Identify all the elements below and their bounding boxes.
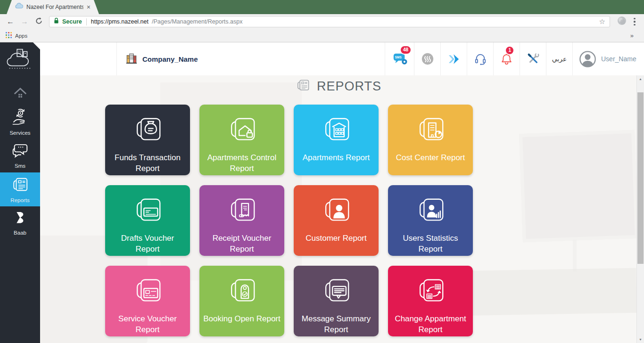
card-label: Change Appartment Report [392,313,469,335]
scrollbar[interactable]: ▲ ▼ [636,75,644,343]
person-stats-icon [414,195,446,227]
svg-text:SMS: SMS [395,56,402,59]
report-card-apartment-building[interactable]: Apartments Report [294,105,379,175]
money-bag-icon [132,114,164,146]
id-card-icon [132,275,164,307]
tab-close-icon[interactable]: × [87,4,91,10]
sms-counter-button[interactable]: SMS 48 [385,42,414,75]
reports-newspaper-icon [295,78,311,94]
sidebar-item-label: Baab [14,230,26,236]
report-card-person-stats[interactable]: Users Statistics Report [388,185,473,256]
browser-tab[interactable]: Nazeel For Apartments × [7,0,99,14]
secure-label: Secure [62,18,82,25]
card-label: Drafts Voucher Report [109,233,186,255]
apps-label[interactable]: Apps [15,33,27,39]
omnibox-divider [86,18,87,25]
sidebar-corner-cut [33,42,40,49]
header-spacer [40,42,117,75]
secure-lock-icon [54,17,59,26]
card-label: Cost Center Report [392,152,469,163]
building-chart-icon [414,114,446,146]
forward-icon[interactable]: → [19,17,30,26]
bookmark-star-icon[interactable]: ☆ [599,17,605,26]
sidebar-item-home[interactable] [0,82,40,105]
notifications-button[interactable]: 1 [493,42,520,75]
support-button[interactable] [467,42,493,75]
sidebar-item-label: Services [9,130,30,136]
card-label: Customer Report [297,233,375,244]
message-icon [320,275,352,307]
browser-menu-icon[interactable] [630,17,639,26]
swap-buildings-icon [414,275,446,307]
sidebar-item-label: Reports [10,197,29,203]
card-label: Receipt Voucher Report [203,233,281,255]
report-card-house-lock[interactable]: Apartments Control Report [199,105,284,175]
sidebar-item-services[interactable]: Services [0,105,40,139]
page-title: REPORTS [317,79,381,94]
page-title-row: REPORTS [40,78,636,94]
background-photo-tv [519,130,638,242]
language-switch-button[interactable]: عربي [546,42,572,75]
waves-service-button[interactable] [414,42,440,75]
company-building-icon [125,52,138,66]
report-card-message[interactable]: Message Summary Report [294,266,379,336]
sidebar-item-sms[interactable]: Sms [0,139,40,172]
sidebar-item-reports[interactable]: Reports [0,172,40,206]
sidebar-item-baab[interactable]: Baab [0,206,40,240]
refresh-icon[interactable] [33,17,44,27]
report-card-building-chart[interactable]: Cost Center Report [388,105,473,175]
avatar-icon [579,50,596,68]
receipt-icon [226,195,258,227]
url-path: /Pages/Management/Reports.aspx [152,18,242,25]
card-label: Service Voucher Report [109,313,186,335]
baab-logo-icon [14,211,26,228]
report-card-receipt[interactable]: Receipt Voucher Report [199,185,284,256]
back-icon[interactable]: ← [5,17,16,26]
sidebar-item-label: Sms [15,163,25,169]
report-card-draft-check[interactable]: Drafts Voucher Report [105,185,190,256]
bookmarks-bar: Apps » [0,29,644,42]
report-card-money-bag[interactable]: Funds Transaction Report [105,105,190,175]
report-card-person[interactable]: Customer Report [294,185,379,256]
language-label: عربي [552,55,567,63]
waves-circle-icon [421,52,434,65]
report-card-door-hanger[interactable]: Booking Open Report [199,266,284,336]
scrollbar-down-icon[interactable]: ▼ [637,338,644,341]
home-icon [13,86,28,101]
url-domain: https://pms.nazeel.net [91,18,149,25]
apps-grid-icon[interactable] [6,32,12,40]
headset-icon [474,53,487,65]
user-menu-button[interactable]: User_Name [572,42,644,75]
card-label: Message Summary Report [297,313,375,335]
sidebar: Services Sms Reports [0,42,40,343]
door-hanger-icon [226,275,258,307]
settings-tools-button[interactable] [520,42,546,75]
tab-strip: Nazeel For Apartments × [0,0,644,14]
reports-grid: Funds Transaction Report Apartments Cont… [105,105,473,336]
extension-icon[interactable] [617,16,627,28]
scrollbar-up-icon[interactable]: ▲ [637,77,644,81]
report-card-id-card[interactable]: Service Voucher Report [105,266,190,336]
blue-chevron-icon [448,54,460,65]
company-section: Company_Name [117,42,385,75]
user-name: User_Name [601,55,636,63]
reports-newspaper-icon [10,176,30,195]
card-label: Apartments Report [297,152,375,163]
browser-toolbar: ← → Secure https://pms.nazeel.net /Pages… [0,14,644,29]
baab-link-button[interactable] [440,42,467,75]
report-card-swap-buildings[interactable]: Change Appartment Report [388,266,473,336]
sms-bubbles-icon [11,142,30,161]
sms-count-badge: 48 [400,45,412,55]
scrollbar-thumb[interactable] [637,92,644,264]
site-favicon-cloud-icon [15,3,23,11]
address-bar[interactable]: Secure https://pms.nazeel.net /Pages/Man… [49,16,610,27]
main-content: REPORTS Funds Transaction Report Apartme… [40,75,644,343]
house-lock-icon [226,114,258,146]
notification-count-badge: 1 [505,46,514,55]
bookmarks-overflow-icon[interactable]: » [630,32,634,39]
services-icon [11,107,29,128]
person-icon [320,195,352,227]
background-photo-cabinet [454,268,637,316]
tools-icon [527,53,539,65]
browser-window: Nazeel For Apartments × ← → Secure https… [0,0,644,343]
